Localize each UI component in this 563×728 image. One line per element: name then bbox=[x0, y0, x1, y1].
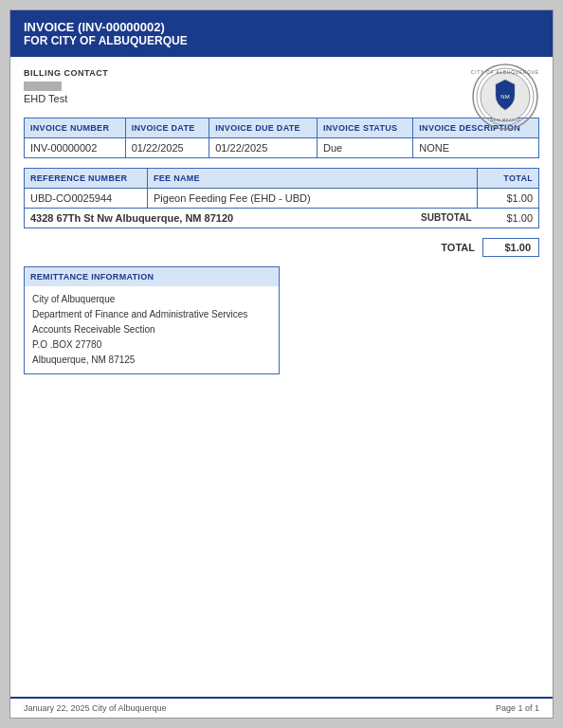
col-total: TOTAL bbox=[478, 169, 539, 189]
fee-row: UBD-CO0025944 Pigeon Feeding Fee (EHD - … bbox=[25, 189, 539, 209]
subtotal-address-label: 4328 67Th St Nw Albuquerque, NM 87120SUB… bbox=[25, 209, 478, 228]
billing-section: BILLING CONTACT EHD Test NM CITY OF ALBU… bbox=[24, 68, 539, 104]
invoice-body: BILLING CONTACT EHD Test NM CITY OF ALBU… bbox=[10, 57, 553, 697]
fee-name-value: Pigeon Feeding Fee (EHD - UBD) bbox=[148, 189, 478, 209]
billing-bar bbox=[24, 82, 62, 91]
remittance-line-1: City of Albuquerque bbox=[32, 292, 271, 307]
subtotal-row: 4328 67Th St Nw Albuquerque, NM 87120SUB… bbox=[25, 209, 539, 228]
remittance-line-2: Department of Finance and Administrative… bbox=[32, 307, 271, 322]
footer-right: Page 1 of 1 bbox=[496, 703, 539, 713]
total-label: TOTAL bbox=[441, 242, 475, 253]
city-seal: NM CITY OF ALBUQUERQUE NEW MEXICO bbox=[471, 63, 539, 131]
fee-address: 4328 67Th St Nw Albuquerque, NM 87120 bbox=[30, 212, 233, 224]
invoice-page: INVOICE (INV-00000002) FOR CITY OF ALBUQ… bbox=[9, 9, 554, 719]
invoice-details-table: INVOICE NUMBER INVOICE DATE INVOICE DUE … bbox=[24, 118, 539, 158]
svg-text:NEW MEXICO: NEW MEXICO bbox=[490, 118, 519, 122]
col-ref-number: REFERENCE NUMBER bbox=[25, 169, 148, 189]
svg-text:CITY OF ALBUQUERQUE: CITY OF ALBUQUERQUE bbox=[471, 70, 539, 75]
subtotal-text: SUBTOTAL bbox=[421, 212, 472, 223]
remittance-line-4: P.O .BOX 27780 bbox=[32, 337, 271, 353]
footer-left: January 22, 2025 City of Albuquerque bbox=[24, 703, 167, 713]
total-value: $1.00 bbox=[482, 238, 539, 257]
subtotal-value: $1.00 bbox=[478, 209, 539, 228]
col-invoice-number: INVOICE NUMBER bbox=[25, 118, 126, 138]
fee-ref-value: UBD-CO0025944 bbox=[25, 189, 148, 209]
invoice-number-value: INV-00000002 bbox=[25, 138, 126, 158]
fee-total-value: $1.00 bbox=[478, 189, 539, 209]
col-invoice-due-date: INVOICE DUE DATE bbox=[209, 118, 318, 138]
billing-label: BILLING CONTACT bbox=[24, 68, 539, 78]
remittance-body: City of Albuquerque Department of Financ… bbox=[25, 286, 279, 373]
remittance-line-5: Albuquerque, NM 87125 bbox=[32, 353, 271, 368]
col-invoice-status: INVOICE STATUS bbox=[318, 118, 413, 138]
remittance-header: REMITTANCE INFORMATION bbox=[25, 267, 279, 286]
invoice-due-date-value: 01/22/2025 bbox=[209, 138, 318, 158]
invoice-header: INVOICE (INV-00000002) FOR CITY OF ALBUQ… bbox=[10, 10, 553, 57]
total-section: TOTAL $1.00 bbox=[24, 238, 539, 257]
remittance-section: REMITTANCE INFORMATION City of Albuquerq… bbox=[24, 266, 539, 374]
invoice-details-row: INV-00000002 01/22/2025 01/22/2025 Due N… bbox=[25, 138, 539, 158]
invoice-status-value: Due bbox=[318, 138, 413, 158]
invoice-subtitle: FOR CITY OF ALBUQUERQUE bbox=[24, 34, 539, 47]
col-invoice-date: INVOICE DATE bbox=[125, 118, 209, 138]
invoice-title: INVOICE (INV-00000002) bbox=[24, 20, 539, 34]
invoice-date-value: 01/22/2025 bbox=[125, 138, 209, 158]
remittance-box: REMITTANCE INFORMATION City of Albuquerq… bbox=[24, 266, 280, 374]
col-fee-name: FEE NAME bbox=[148, 169, 478, 189]
billing-name: EHD Test bbox=[24, 93, 539, 104]
remittance-line-3: Accounts Receivable Section bbox=[32, 322, 271, 337]
svg-text:NM: NM bbox=[500, 94, 509, 100]
invoice-description-value: NONE bbox=[413, 138, 539, 158]
fee-table: REFERENCE NUMBER FEE NAME TOTAL UBD-CO00… bbox=[24, 168, 539, 228]
invoice-footer: January 22, 2025 City of Albuquerque Pag… bbox=[10, 697, 553, 718]
